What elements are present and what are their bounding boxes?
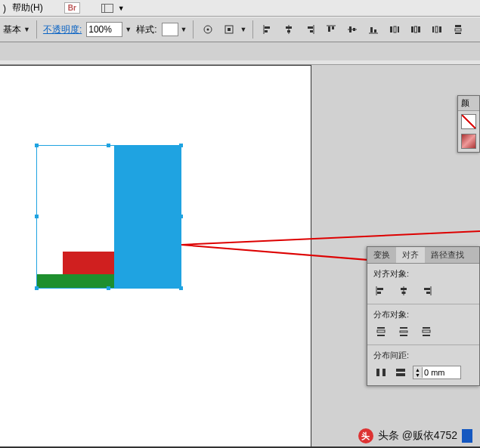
svg-rect-15: [332, 26, 334, 29]
align-left-icon[interactable]: [373, 284, 389, 298]
section-distribute-objects: 分布对象:: [367, 304, 479, 345]
distribute-top-icon[interactable]: [373, 325, 389, 338]
chevron-down-icon[interactable]: ▼: [181, 26, 187, 33]
workspace: 颜 变换 对齐 路径查找 对齐对象: 分布对象:: [0, 42, 480, 448]
style-swatch[interactable]: [162, 23, 178, 36]
svg-rect-51: [423, 327, 430, 329]
svg-rect-20: [370, 27, 373, 32]
menu-help[interactable]: 帮助(H): [12, 2, 43, 14]
svg-rect-8: [286, 26, 292, 29]
svg-rect-41: [402, 292, 406, 294]
divider: [252, 20, 253, 39]
svg-rect-6: [265, 30, 268, 32]
shape-blue-square[interactable]: [114, 252, 181, 288]
svg-rect-55: [382, 369, 386, 376]
svg-rect-9: [287, 30, 290, 32]
svg-rect-29: [435, 26, 438, 32]
opacity-input[interactable]: [86, 22, 122, 37]
svg-rect-54: [376, 369, 379, 376]
menu-item-fragment[interactable]: ): [3, 3, 6, 14]
swatch-gradient-icon[interactable]: [461, 134, 476, 149]
color-panel-tab[interactable]: 颜: [458, 96, 479, 111]
svg-rect-52: [423, 330, 430, 332]
opacity-label[interactable]: 不透明度:: [43, 23, 82, 36]
distribute-left-icon[interactable]: [386, 21, 403, 38]
svg-rect-24: [398, 26, 399, 32]
toutiao-logo-icon: 头: [358, 428, 373, 443]
svg-rect-33: [455, 32, 461, 34]
svg-rect-50: [400, 335, 407, 336]
svg-rect-44: [426, 292, 430, 294]
stepper-up-icon[interactable]: ▲: [413, 367, 423, 372]
svg-rect-27: [418, 26, 420, 32]
distribute-vcenter-icon[interactable]: [396, 325, 411, 338]
menu-bar: ) 帮助(H) Br ▼: [0, 0, 480, 17]
preferences-icon[interactable]: [221, 21, 237, 38]
svg-rect-57: [396, 373, 405, 376]
svg-rect-37: [377, 288, 383, 290]
svg-rect-31: [455, 25, 461, 27]
svg-rect-40: [401, 288, 407, 290]
stepper-down-icon[interactable]: ▼: [413, 372, 423, 378]
distribute-hcenter-icon[interactable]: [407, 21, 424, 38]
svg-rect-49: [400, 331, 407, 332]
align-left-icon[interactable]: [259, 21, 276, 38]
distribute-right-icon[interactable]: [429, 21, 445, 38]
spacing-value-input[interactable]: [423, 366, 460, 378]
svg-rect-22: [390, 26, 392, 32]
chevron-down-icon[interactable]: ▼: [240, 26, 246, 33]
chevron-down-icon[interactable]: ▼: [23, 26, 30, 33]
document-setup-icon[interactable]: [200, 21, 216, 38]
arrange-documents-icon[interactable]: [101, 4, 113, 13]
align-bottom-icon[interactable]: [365, 21, 382, 38]
align-hcenter-icon[interactable]: [396, 284, 411, 298]
distribute-bottom-icon[interactable]: [419, 325, 434, 338]
align-right-icon[interactable]: [419, 284, 434, 298]
svg-rect-3: [228, 28, 231, 31]
tab-align[interactable]: 对齐: [396, 247, 425, 263]
svg-rect-5: [265, 26, 270, 29]
svg-rect-23: [394, 26, 396, 32]
svg-rect-38: [377, 292, 381, 294]
align-vcenter-icon[interactable]: [344, 21, 361, 38]
distribute-spacing-v-icon[interactable]: [373, 366, 389, 379]
tab-transform[interactable]: 变换: [367, 247, 396, 263]
distribute-spacing-h-icon[interactable]: [393, 366, 408, 379]
artboard[interactable]: [0, 65, 311, 448]
svg-rect-25: [411, 26, 413, 32]
watermark-badge-icon: [462, 429, 472, 443]
svg-rect-48: [400, 327, 407, 329]
watermark: 头 头条 @贩依4752: [358, 428, 472, 443]
svg-rect-46: [377, 330, 385, 332]
style-label: 样式:: [136, 23, 156, 36]
section-align-objects: 对齐对象:: [367, 264, 479, 304]
section-title: 分布间距:: [373, 350, 473, 361]
shape-blue-tall[interactable]: [114, 146, 181, 252]
svg-rect-26: [415, 26, 417, 32]
shape-green[interactable]: [37, 274, 114, 288]
bridge-icon[interactable]: Br: [64, 2, 80, 14]
svg-rect-14: [328, 26, 330, 32]
section-distribute-spacing: 分布间距: ▲▼: [367, 345, 479, 385]
spacing-value-stepper[interactable]: ▲▼: [413, 366, 461, 379]
graphic-style-label: 基本: [3, 23, 21, 36]
align-hcenter-icon[interactable]: [280, 21, 297, 38]
align-top-icon[interactable]: [323, 21, 339, 38]
svg-rect-17: [349, 26, 351, 32]
section-title: 对齐对象:: [373, 268, 473, 280]
svg-point-1: [207, 29, 209, 31]
tab-pathfinder[interactable]: 路径查找: [425, 247, 470, 263]
chevron-down-icon[interactable]: ▼: [118, 5, 125, 12]
svg-rect-28: [432, 26, 434, 32]
distribute-top-icon[interactable]: [450, 21, 466, 38]
svg-rect-11: [308, 26, 313, 29]
svg-rect-56: [396, 369, 405, 372]
align-right-icon[interactable]: [302, 21, 318, 38]
align-panel: 变换 对齐 路径查找 对齐对象: 分布对象: 分布间距:: [367, 246, 480, 386]
shape-red[interactable]: [63, 252, 114, 274]
divider: [193, 20, 194, 39]
svg-rect-47: [377, 335, 385, 336]
chevron-down-icon[interactable]: ▼: [125, 26, 132, 33]
svg-rect-43: [424, 288, 430, 290]
swatch-none-icon[interactable]: [461, 114, 476, 129]
